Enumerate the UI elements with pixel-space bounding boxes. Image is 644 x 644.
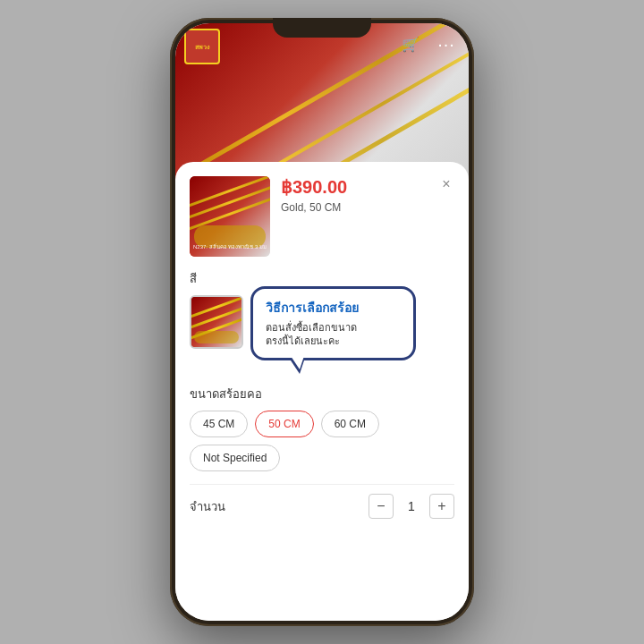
color-row: วิธีการเลือกสร้อย ตอนสั่งซื้อเลือกขนาดตร…: [190, 295, 454, 349]
size-btn-45cm[interactable]: 45 CM: [190, 411, 248, 437]
color-swatch[interactable]: [190, 295, 243, 349]
product-description: Gold, 50 CM: [281, 201, 454, 214]
color-label: สี: [190, 269, 454, 288]
top-bar: 🛒 ···: [397, 30, 460, 57]
product-price: ฿390.00: [281, 176, 454, 198]
screen: 🛒 ··· สพวง ×: [175, 23, 469, 621]
quantity-controls: − 1 +: [369, 494, 454, 519]
product-thumbnail: N237: สลิ่นคอ ทองพาณิช 3 มม: [190, 176, 270, 257]
size-buttons: 45 CM 50 CM 60 CM Not Specified: [190, 411, 454, 471]
cart-icon[interactable]: 🛒: [397, 30, 424, 57]
shop-badge: สพวง: [184, 29, 220, 64]
product-row: N237: สลิ่นคอ ทองพาณิช 3 มม ฿390.00 Gold…: [190, 176, 454, 257]
color-section: สี วิธีการเลือกสร้อย: [190, 269, 454, 349]
speech-bubble: วิธีการเลือกสร้อย ตอนสั่งซื้อเลือกขนาดตร…: [250, 286, 416, 360]
bottom-sheet: × N237: สลิ่นคอ ทองพาณิช 3 มม ฿390.0: [175, 162, 469, 621]
quantity-section: จำนวน − 1 +: [190, 484, 454, 519]
product-info: ฿390.00 Gold, 50 CM: [281, 176, 454, 214]
more-icon[interactable]: ···: [433, 30, 460, 57]
notch: [273, 18, 371, 38]
size-label: ขนาดสร้อยคอ: [190, 385, 454, 403]
quantity-value: 1: [402, 499, 420, 513]
bubble-title: วิธีการเลือกสร้อย: [266, 298, 401, 318]
bubble-body: ตอนสั่งซื้อเลือกขนาดตรงนี้ได้เลยนะคะ: [266, 321, 401, 349]
size-btn-60cm[interactable]: 60 CM: [321, 411, 379, 437]
size-section: ขนาดสร้อยคอ 45 CM 50 CM 60 CM Not Specif…: [190, 385, 454, 471]
size-btn-not-specified[interactable]: Not Specified: [190, 445, 280, 471]
quantity-label: จำนวน: [190, 497, 225, 516]
quantity-minus-button[interactable]: −: [369, 494, 394, 519]
close-button[interactable]: ×: [436, 174, 456, 194]
quantity-plus-button[interactable]: +: [429, 494, 454, 519]
size-btn-50cm[interactable]: 50 CM: [255, 411, 313, 437]
phone-shell: 🛒 ··· สพวง ×: [170, 18, 474, 626]
